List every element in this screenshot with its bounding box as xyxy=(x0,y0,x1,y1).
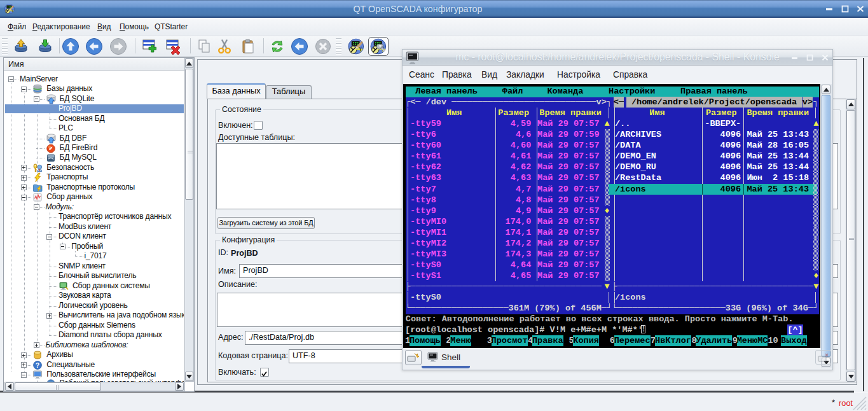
svg-text:?: ? xyxy=(36,361,39,368)
